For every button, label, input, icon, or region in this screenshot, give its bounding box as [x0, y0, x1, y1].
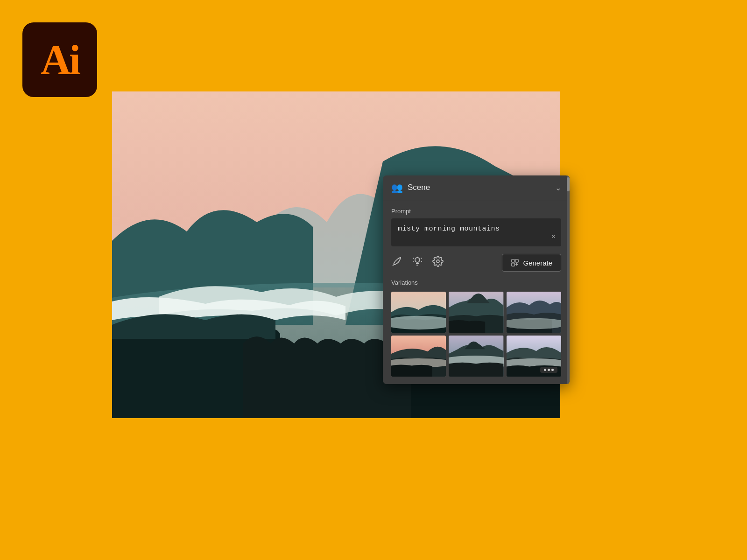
chevron-down-icon[interactable]: ⌄: [555, 183, 561, 192]
variation-2[interactable]: [449, 292, 503, 333]
prompt-label: Prompt: [391, 208, 561, 215]
panel-header: 👥 Scene ⌄: [383, 175, 570, 200]
settings-icon[interactable]: [432, 256, 444, 270]
ai-logo-text: Ai: [41, 36, 79, 84]
svg-rect-5: [515, 259, 518, 262]
prompt-input-wrapper[interactable]: misty morning mountains ×: [391, 218, 561, 246]
generate-label: Generate: [523, 259, 552, 267]
more-options-overlay[interactable]: [540, 367, 557, 373]
variation-3[interactable]: [507, 292, 561, 333]
svg-rect-6: [512, 263, 514, 266]
svg-rect-4: [512, 259, 514, 262]
variation-5[interactable]: [449, 336, 503, 377]
dot-1: [544, 369, 546, 371]
variations-grid: [391, 292, 561, 377]
variations-label: Variations: [391, 279, 561, 286]
dot-3: [551, 369, 554, 371]
ai-panel: 👥 Scene ⌄ Prompt misty morning mountains…: [383, 175, 570, 384]
prompt-text: misty morning mountains: [398, 225, 500, 233]
app-logo: Ai: [22, 22, 97, 97]
toolbar-row: Generate: [391, 254, 561, 272]
panel-header-left: 👥 Scene: [391, 182, 430, 193]
panel-title: Scene: [408, 183, 430, 192]
svg-point-3: [437, 260, 439, 263]
scrollbar-thumb: [567, 177, 570, 191]
scene-icon: 👥: [391, 182, 403, 193]
panel-body: Prompt misty morning mountains ×: [383, 200, 570, 384]
dot-2: [548, 369, 550, 371]
svg-point-8: [391, 316, 446, 329]
variation-1[interactable]: [391, 292, 446, 333]
toolbar-icons: [391, 256, 444, 270]
svg-point-11: [507, 318, 561, 329]
light-bulb-icon[interactable]: [412, 256, 423, 270]
brush-tool-icon[interactable]: [391, 256, 402, 270]
svg-point-2: [415, 258, 420, 262]
generate-button[interactable]: Generate: [502, 254, 561, 272]
variation-4[interactable]: [391, 336, 446, 377]
generate-icon: [511, 259, 519, 267]
variation-6[interactable]: [507, 336, 561, 377]
panel-scrollbar[interactable]: [567, 175, 570, 384]
clear-icon[interactable]: ×: [551, 232, 556, 241]
